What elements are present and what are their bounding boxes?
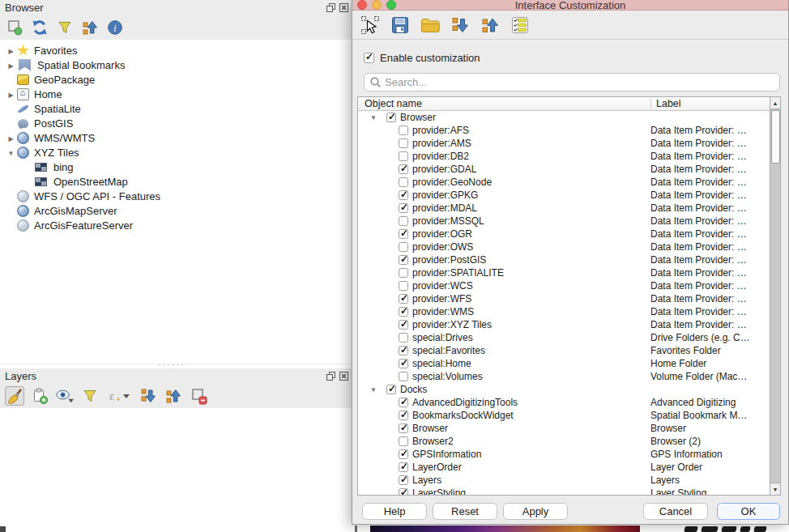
expand-arrow-icon[interactable] (5, 132, 17, 144)
manage-map-themes-button[interactable] (55, 386, 75, 406)
customization-row[interactable]: special:VolumesVolume Folder (Mac… (358, 370, 770, 383)
customization-row[interactable]: Browser2Browser (2) (358, 435, 770, 448)
close-icon[interactable] (339, 371, 349, 381)
customization-row[interactable]: Browser (358, 111, 770, 124)
customization-row[interactable]: BookmarksDockWidgetSpatial Bookmark M… (358, 409, 770, 422)
browser-tree-item[interactable]: ArcGisMapServer (0, 203, 352, 218)
filter-by-expression-button[interactable]: ε (105, 386, 133, 406)
open-customization-button[interactable] (419, 14, 441, 36)
row-checkbox[interactable] (399, 255, 408, 265)
customization-row[interactable]: special:FavoritesFavorites Folder (358, 344, 770, 357)
row-checkbox[interactable] (399, 151, 408, 161)
expand-all-button[interactable] (449, 14, 471, 36)
select-all-button[interactable] (509, 14, 531, 36)
close-icon[interactable] (339, 2, 349, 13)
row-checkbox[interactable] (386, 113, 396, 122)
customization-row[interactable]: LayersLayers (358, 474, 770, 487)
scroll-up-icon[interactable]: ▲ (770, 97, 780, 109)
customization-row[interactable]: provider:OWSData Item Provider: … (358, 240, 770, 253)
enable-customization-checkbox[interactable] (364, 53, 374, 63)
customization-row[interactable]: provider:AFSData Item Provider: … (358, 124, 770, 137)
customization-row[interactable]: special:HomeHome Folder (358, 357, 770, 370)
row-checkbox[interactable] (399, 449, 408, 459)
row-checkbox[interactable] (399, 190, 408, 200)
browser-panel-titlebar[interactable]: Browser (0, 0, 352, 15)
collapse-all-button[interactable] (80, 18, 100, 37)
customization-row[interactable]: provider:XYZ TilesData Item Provider: … (358, 318, 770, 331)
row-checkbox[interactable] (399, 423, 408, 433)
row-checkbox[interactable] (399, 126, 408, 135)
row-checkbox[interactable] (399, 229, 408, 239)
collapse-all-button[interactable] (164, 386, 183, 406)
row-checkbox[interactable] (386, 385, 396, 394)
browser-tree-item[interactable]: ArcGisFeatureServer (0, 218, 352, 232)
collapse-all-button[interactable] (479, 14, 501, 36)
browser-tree-item[interactable]: OpenStreetMap (0, 174, 352, 189)
customization-row[interactable]: provider:WFSData Item Provider: … (358, 292, 770, 305)
column-header-label[interactable]: Label (650, 98, 681, 111)
catch-widgets-button[interactable] (359, 14, 382, 36)
row-checkbox[interactable] (399, 242, 408, 252)
browser-tree-item[interactable]: WMS/WMTS (0, 130, 352, 145)
row-checkbox[interactable] (399, 359, 408, 368)
add-group-button[interactable] (30, 386, 49, 406)
browser-tree-item[interactable]: Home (0, 87, 352, 101)
row-checkbox[interactable] (399, 333, 408, 343)
save-customization-button[interactable] (389, 14, 412, 36)
browser-tree-item[interactable]: SpatiaLite (0, 101, 352, 116)
browser-tree-item[interactable]: Spatial Bookmarks (0, 57, 352, 72)
row-checkbox[interactable] (399, 216, 408, 226)
customization-row[interactable]: Docks (358, 383, 770, 396)
customization-row[interactable]: BrowserBrowser (358, 422, 770, 435)
customization-row[interactable]: provider:OGRData Item Provider: … (358, 228, 770, 240)
expand-arrow-icon[interactable] (368, 384, 379, 395)
row-checkbox[interactable] (399, 138, 408, 148)
dialog-titlebar[interactable]: Interface Customization (352, 0, 788, 11)
row-checkbox[interactable] (399, 372, 408, 381)
customization-row[interactable]: LayerOrderLayer Order (358, 461, 770, 474)
scroll-down-icon[interactable]: ▼ (770, 483, 780, 495)
customization-row[interactable]: provider:PostGISData Item Provider: … (358, 253, 770, 266)
row-checkbox[interactable] (399, 307, 408, 317)
row-checkbox[interactable] (399, 346, 408, 355)
row-checkbox[interactable] (399, 475, 408, 485)
customization-row[interactable]: provider:WMSData Item Provider: … (358, 305, 770, 318)
row-checkbox[interactable] (399, 164, 408, 174)
browser-tree-item[interactable]: WFS / OGC API - Features (0, 189, 352, 203)
row-checkbox[interactable] (399, 177, 408, 187)
expand-arrow-icon[interactable] (5, 88, 17, 100)
customization-row[interactable]: provider:DB2Data Item Provider: … (358, 150, 770, 163)
customization-row[interactable]: provider:MDALData Item Provider: … (358, 202, 770, 215)
filter-legend-button[interactable] (80, 386, 100, 406)
ok-button[interactable]: OK (717, 503, 780, 520)
row-checkbox[interactable] (399, 411, 408, 420)
browser-tree-item[interactable]: PostGIS (0, 116, 352, 130)
customization-row[interactable]: provider:WCSData Item Provider: … (358, 279, 770, 292)
float-icon[interactable] (326, 371, 336, 381)
browser-tree-item[interactable]: XYZ Tiles (0, 145, 352, 160)
customization-row[interactable]: provider:SPATIALITEData Item Provider: … (358, 266, 770, 279)
expand-arrow-icon[interactable] (5, 59, 17, 71)
column-header-object-name[interactable]: Object name (365, 98, 422, 109)
help-button[interactable]: Help (362, 503, 427, 520)
zoom-traffic-light[interactable] (386, 0, 396, 10)
customization-row[interactable]: provider:GeoNodeData Item Provider: … (358, 176, 770, 189)
browser-tree-item[interactable]: Favorites (0, 43, 352, 57)
search-input[interactable] (385, 76, 774, 88)
browser-tree-item[interactable]: bing (0, 160, 352, 174)
customization-row[interactable]: special:DrivesDrive Folders (e.g. C… (358, 331, 770, 344)
vertical-scrollbar[interactable]: ▲ ▼ (770, 97, 780, 495)
expand-arrow-icon[interactable] (368, 112, 379, 123)
open-styling-panel-button[interactable] (5, 386, 24, 406)
customization-row[interactable]: provider:MSSQLData Item Provider: … (358, 215, 770, 228)
float-icon[interactable] (326, 2, 336, 13)
reset-button[interactable]: Reset (433, 503, 497, 520)
minimize-traffic-light[interactable] (372, 0, 382, 10)
expand-arrow-icon[interactable] (5, 45, 17, 57)
row-checkbox[interactable] (399, 294, 408, 304)
customization-row[interactable]: provider:GDALData Item Provider: … (358, 163, 770, 176)
customization-row[interactable]: GPSInformationGPS Information (358, 448, 770, 461)
row-checkbox[interactable] (399, 436, 408, 446)
customization-row[interactable]: LayerStylingLayer Styling (358, 487, 770, 495)
remove-layer-button[interactable] (189, 386, 208, 406)
